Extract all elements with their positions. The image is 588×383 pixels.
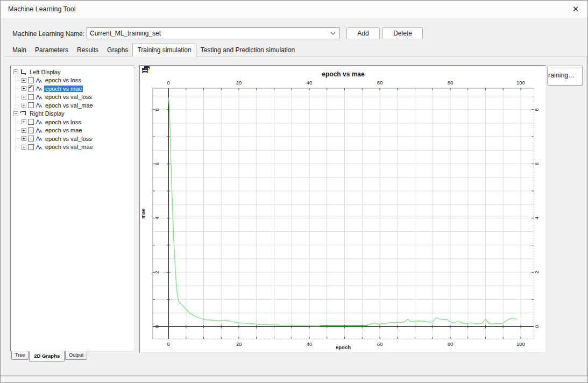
curve-icon: [36, 102, 42, 108]
tree-item-epoch-vs-val-loss[interactable]: epoch vs val_loss: [16, 93, 134, 102]
machine-learning-tool-window: Machine Learning Tool ✕ Machine Learning…: [0, 0, 588, 383]
expand-icon[interactable]: [22, 119, 26, 124]
expand-icon[interactable]: [22, 86, 26, 91]
svg-text:60: 60: [377, 80, 383, 86]
svg-text:6: 6: [154, 162, 160, 165]
tab-graphs[interactable]: Graphs: [103, 45, 132, 56]
tree-connector: [16, 147, 20, 147]
tree-item-label[interactable]: epoch vs loss: [44, 119, 82, 125]
tree-group-left-display[interactable]: Left Display: [11, 68, 134, 76]
tree-item-label[interactable]: epoch vs val_mae: [44, 144, 94, 150]
svg-text:80: 80: [448, 80, 454, 86]
tree-item-epoch-vs-mae[interactable]: epoch vs mae: [16, 126, 134, 135]
svg-text:40: 40: [307, 341, 313, 347]
training-chart: 0020204040606080801001000022446688epoch …: [140, 66, 546, 352]
ml-name-label: Machine Learning Name:: [12, 30, 84, 38]
tree-item-epoch-vs-val-mae[interactable]: epoch vs val_mae: [16, 143, 134, 152]
checkbox[interactable]: [28, 77, 34, 83]
cascade-windows-icon[interactable]: [142, 66, 150, 74]
window-bottom-edge: [1, 375, 587, 377]
curve-icon: [36, 119, 42, 125]
tree-connector: [16, 130, 20, 131]
svg-text:100: 100: [516, 80, 525, 86]
svg-text:2: 2: [154, 271, 160, 274]
tree-group-right-display[interactable]: Right Display: [11, 110, 134, 118]
expand-icon[interactable]: [22, 95, 26, 100]
svg-text:60: 60: [377, 341, 383, 347]
svg-text:4: 4: [154, 217, 160, 219]
svg-text:40: 40: [307, 80, 313, 86]
bottom-tab-output[interactable]: Output: [65, 351, 87, 360]
collapse-icon[interactable]: [13, 111, 18, 116]
chart-panel: 0020204040606080801001000022446688epoch …: [139, 65, 546, 353]
svg-text:0: 0: [154, 325, 160, 328]
collapse-icon[interactable]: [13, 69, 18, 74]
tree-item-epoch-vs-val-loss[interactable]: epoch vs val_loss: [16, 134, 134, 143]
expand-icon[interactable]: [22, 103, 26, 108]
tree-item-label[interactable]: epoch vs val_loss: [44, 136, 93, 142]
svg-text:20: 20: [236, 341, 242, 347]
checkbox[interactable]: [28, 127, 34, 133]
tree-group-label[interactable]: Left Display: [29, 69, 61, 75]
training-button[interactable]: raining...: [547, 66, 583, 86]
page-right-border: [586, 56, 586, 375]
tab-results[interactable]: Results: [73, 45, 103, 56]
curve-icon: [36, 86, 42, 91]
tree-panel: Left Displayepoch vs lossepoch vs maeepo…: [10, 66, 134, 351]
tree-group-label[interactable]: Right Display: [29, 110, 66, 117]
checkbox[interactable]: [28, 144, 34, 150]
curve-icon: [36, 144, 42, 150]
chevron-down-icon[interactable]: [330, 31, 336, 36]
tree-connector: [16, 122, 20, 122]
checkbox[interactable]: [28, 136, 34, 141]
delete-button[interactable]: Delete: [382, 27, 423, 39]
svg-text:100: 100: [516, 341, 525, 347]
tab-bar: MainParametersResultsGraphsTraining simu…: [4, 45, 586, 56]
mae-curve: [168, 97, 517, 326]
tree-item-label[interactable]: epoch vs mae: [44, 127, 83, 133]
ml-name-value[interactable]: Current_ML_training_set: [90, 30, 161, 37]
checkbox[interactable]: [28, 102, 34, 108]
svg-text:2: 2: [534, 271, 540, 274]
expand-icon[interactable]: [22, 145, 26, 150]
tree-item-epoch-vs-loss[interactable]: epoch vs loss: [16, 76, 134, 85]
checkbox[interactable]: [28, 86, 34, 91]
expand-icon[interactable]: [22, 136, 26, 141]
checkbox[interactable]: [28, 119, 34, 125]
tab-parameters[interactable]: Parameters: [31, 45, 73, 56]
svg-text:80: 80: [448, 341, 454, 347]
tree-connector: [16, 105, 20, 105]
expand-icon[interactable]: [22, 78, 26, 83]
checkbox[interactable]: [28, 94, 34, 100]
tree-item-label[interactable]: epoch vs val_loss: [44, 94, 93, 100]
close-icon[interactable]: ✕: [567, 1, 584, 18]
tab-main[interactable]: Main: [8, 45, 31, 56]
svg-text:4: 4: [534, 217, 540, 219]
curve-icon: [36, 94, 42, 100]
expand-icon[interactable]: [22, 128, 26, 133]
svg-text:0: 0: [167, 80, 169, 86]
svg-text:8: 8: [154, 108, 160, 111]
bottom-tab-tree[interactable]: Tree: [11, 351, 29, 360]
curve-icon: [36, 136, 42, 141]
tree-item-epoch-vs-val-mae[interactable]: epoch vs val_mae: [16, 101, 134, 110]
bottom-tab-2d-graphs[interactable]: 2D Graphs: [29, 351, 65, 361]
tab-training-simulation[interactable]: Training simulation: [132, 44, 196, 56]
bottom-tab-bar: Tree2D GraphsOutput: [11, 351, 88, 361]
svg-text:0: 0: [167, 341, 169, 347]
right-display-icon: [20, 110, 27, 117]
tab-testing-and-prediction-simulation[interactable]: Testing and Prediction simulation: [196, 45, 299, 56]
tree-item-label[interactable]: epoch vs val_mae: [44, 102, 94, 109]
tree-connector: [16, 80, 20, 81]
svg-text:8: 8: [534, 108, 540, 111]
tree-item-epoch-vs-loss[interactable]: epoch vs loss: [16, 118, 134, 126]
svg-text:20: 20: [236, 80, 242, 86]
tree-item-epoch-vs-mae[interactable]: epoch vs mae: [16, 84, 134, 93]
tree-connector: [16, 97, 20, 97]
left-display-icon: [20, 69, 27, 75]
tree-item-label[interactable]: epoch vs mae: [44, 86, 83, 92]
add-button[interactable]: Add: [346, 27, 380, 39]
ml-name-combobox[interactable]: Current_ML_training_set: [87, 27, 339, 39]
tree-item-label[interactable]: epoch vs loss: [44, 77, 82, 83]
svg-text:mae: mae: [140, 208, 146, 218]
